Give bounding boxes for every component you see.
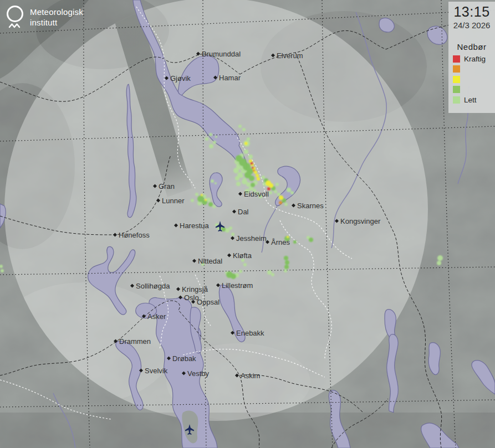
legend-swatch	[453, 55, 460, 63]
legend-swatch	[453, 65, 460, 73]
legend-swatch	[453, 76, 460, 83]
legend-row	[448, 74, 495, 85]
info-panel: 13:15 24/3 2026 Nedbør KraftigLett	[448, 2, 495, 113]
legend-swatch	[453, 96, 460, 104]
legend-row	[448, 64, 495, 75]
brand-line1: Meteorologisk	[30, 7, 83, 17]
clock-time: 13:15	[448, 4, 495, 20]
met-logo: Meteorologisk institutt	[7, 6, 83, 29]
legend-label: Lett	[464, 96, 477, 104]
legend-title: Nedbør	[448, 42, 495, 52]
legend-row: Lett	[448, 95, 495, 105]
radar-map-canvas	[0, 0, 495, 448]
legend-label: Kraftig	[464, 55, 486, 63]
lake-se-3	[428, 343, 440, 375]
legend-row: Kraftig	[448, 54, 495, 64]
precipitation-legend: KraftigLett	[448, 54, 495, 105]
oslofjord-west-bay	[136, 303, 157, 318]
clock-date: 24/3 2026	[448, 20, 495, 30]
legend-row	[448, 85, 495, 95]
brand-line2: institutt	[30, 17, 83, 28]
radar-map: BrumunddalElverumGjøvikHamarGranLunnerEi…	[0, 0, 495, 448]
legend-swatch	[453, 86, 460, 93]
met-institute-icon	[7, 6, 23, 29]
brand-text: Meteorologisk institutt	[30, 7, 83, 29]
